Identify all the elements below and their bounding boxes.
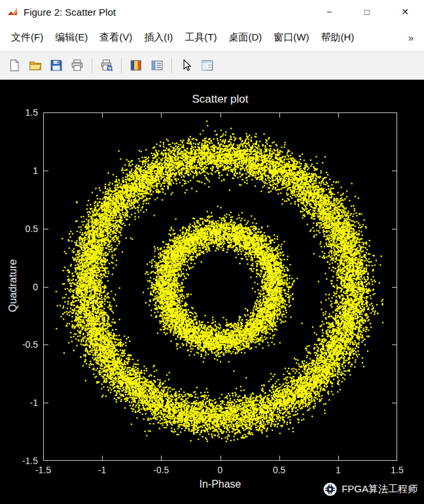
new-figure-icon [8, 59, 21, 72]
save-figure-icon [50, 59, 63, 72]
toolbar-separator [92, 58, 92, 73]
menu-overflow-icon[interactable]: » [408, 32, 419, 43]
pointer-tool-button[interactable] [177, 56, 196, 75]
y-tick-label: -1.5 [8, 456, 38, 466]
open-file-button[interactable] [26, 56, 45, 75]
open-file-icon [29, 59, 42, 72]
x-tick-label: 0 [201, 465, 240, 475]
scatter-canvas [43, 112, 397, 461]
new-figure-button[interactable] [5, 56, 24, 75]
menu-item-desktop[interactable]: 桌面(D) [222, 31, 268, 44]
menu-item-help[interactable]: 帮助(H) [315, 31, 360, 44]
pointer-tool-icon [180, 59, 193, 72]
menu-item-view[interactable]: 查看(V) [94, 31, 138, 44]
menu-item-insert[interactable]: 插入(I) [138, 31, 179, 44]
x-tick-label: 0.5 [260, 465, 299, 475]
print-figure-button[interactable] [67, 56, 87, 75]
maximize-button[interactable]: □ [348, 0, 386, 24]
menu-item-file[interactable]: 文件(F) [5, 31, 49, 44]
x-tick-label: 1.5 [378, 465, 417, 475]
menu-item-tools[interactable]: 工具(T) [179, 31, 222, 44]
print-preview-button[interactable] [97, 56, 116, 75]
watermark: FPGA算法工程师 [323, 482, 417, 496]
insert-legend-button[interactable] [147, 56, 167, 75]
property-inspector-icon [201, 59, 214, 72]
x-tick-label: 1 [319, 465, 358, 475]
figure-area: Scatter plot In-Phase Quadrature [0, 80, 424, 504]
menu-items: 文件(F)编辑(E)查看(V)插入(I)工具(T)桌面(D)窗口(W)帮助(H) [5, 31, 360, 44]
colormap-editor-icon [130, 59, 143, 72]
matlab-figure-icon [7, 6, 18, 18]
insert-legend-icon [150, 59, 164, 72]
y-tick-label: 1 [8, 165, 38, 176]
minimize-button[interactable]: − [310, 0, 348, 24]
x-tick-label: -0.5 [141, 465, 181, 475]
figure-window: Figure 2: Scatter Plot − □ ✕ 文件(F)编辑(E)查… [0, 0, 424, 504]
menubar: 文件(F)编辑(E)查看(V)插入(I)工具(T)桌面(D)窗口(W)帮助(H)… [0, 24, 424, 51]
save-figure-button[interactable] [46, 56, 66, 75]
print-figure-icon [71, 59, 84, 72]
window-title: Figure 2: Scatter Plot [24, 7, 116, 18]
y-tick-label: 1.5 [8, 107, 38, 118]
toolbar [0, 51, 424, 80]
window-controls: − □ ✕ [310, 0, 424, 24]
close-button[interactable]: ✕ [386, 0, 424, 24]
colormap-editor-button[interactable] [126, 56, 146, 75]
plot-area [43, 112, 397, 461]
y-tick-label: -1 [8, 397, 38, 408]
x-tick-label: -1 [82, 465, 122, 475]
y-tick-label: 0 [8, 282, 38, 292]
toolbar-separator [171, 58, 172, 73]
y-tick-label: -0.5 [8, 339, 38, 350]
menu-item-window[interactable]: 窗口(W) [268, 31, 315, 44]
y-tick-label: 0.5 [8, 224, 38, 234]
watermark-logo-icon [323, 482, 337, 496]
menu-item-edit[interactable]: 编辑(E) [49, 31, 94, 44]
titlebar[interactable]: Figure 2: Scatter Plot − □ ✕ [0, 0, 424, 24]
x-tick-label: -1.5 [24, 465, 63, 475]
print-preview-icon [100, 59, 113, 72]
toolbar-separator [121, 58, 122, 73]
chart-title: Scatter plot [43, 93, 397, 106]
watermark-text: FPGA算法工程师 [342, 483, 417, 496]
property-inspector-button[interactable] [198, 56, 217, 75]
